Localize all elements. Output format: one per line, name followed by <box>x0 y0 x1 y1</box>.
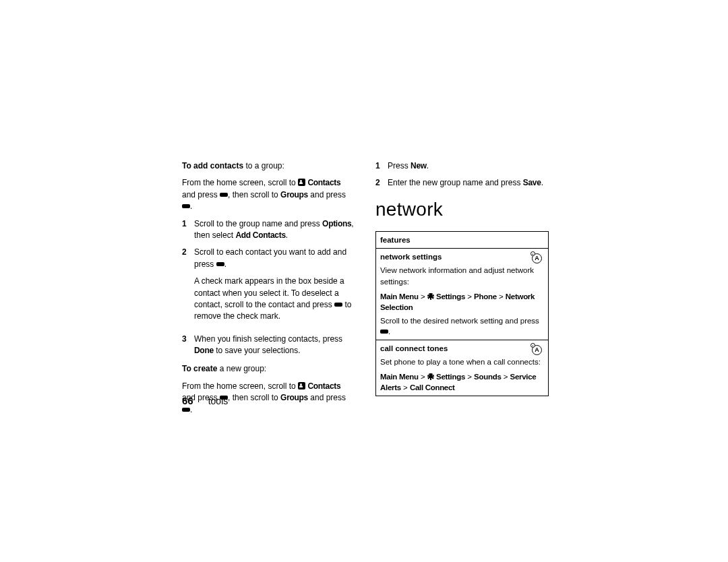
manual-page: To add contacts to a group: From the hom… <box>182 160 549 421</box>
contacts-icon <box>298 179 305 186</box>
row-path: Main Menu > Settings > Phone > Network S… <box>380 291 544 313</box>
add-steps-list: 1 Scroll to the group name and press Opt… <box>182 218 355 357</box>
key-icon <box>182 204 190 208</box>
add-contacts-nav: From the home screen, scroll to Contacts… <box>182 177 355 212</box>
step-note: A check mark appears in the box beside a… <box>194 276 355 323</box>
key-icon <box>216 262 224 266</box>
gear-icon <box>427 373 434 380</box>
list-item: 2 Scroll to each contact you want to add… <box>182 247 355 327</box>
add-contacts-intro: To add contacts to a group: <box>182 160 355 172</box>
left-column: To add contacts to a group: From the hom… <box>182 160 355 421</box>
key-icon <box>380 330 388 334</box>
table-row: call connect tones A• Set phone to play … <box>376 340 549 396</box>
row-desc: View network information and adjust netw… <box>380 265 544 286</box>
row-title: network settings <box>380 251 442 262</box>
row-path: Main Menu > Settings > Sounds > Service … <box>380 371 544 393</box>
list-item: 2 Enter the new group name and press Sav… <box>375 177 549 189</box>
row-instruction: Scroll to the desired network setting an… <box>380 315 544 337</box>
operator-icon: A• <box>530 343 544 356</box>
create-intro: To create a new group: <box>182 363 355 375</box>
list-item: 1 Press New. <box>375 160 549 172</box>
key-icon <box>182 408 190 412</box>
row-desc: Set phone to play a tone when a call con… <box>380 356 544 367</box>
list-item: 1 Scroll to the group name and press Opt… <box>182 218 355 242</box>
operator-icon: A• <box>530 251 544 265</box>
section-heading-network: network <box>375 196 549 224</box>
bold-text: To add contacts <box>182 161 243 170</box>
table-header-features: features <box>376 232 549 249</box>
gear-icon <box>427 293 434 300</box>
contacts-icon <box>298 382 305 389</box>
footer-section-label: tools <box>208 396 229 406</box>
table-row: network settings A• View network informa… <box>376 249 549 340</box>
two-column-layout: To add contacts to a group: From the hom… <box>182 160 549 421</box>
page-number: 66 <box>182 395 193 406</box>
row-title: call connect tones <box>380 343 448 354</box>
key-icon <box>220 193 228 197</box>
features-table: features network settings A• View networ… <box>375 231 549 396</box>
list-item: 3 When you finish selecting contacts, pr… <box>182 334 355 357</box>
key-icon <box>334 303 342 307</box>
right-column: 1 Press New. 2 Enter the new group name … <box>375 160 549 421</box>
create-steps-list: 1 Press New. 2 Enter the new group name … <box>375 160 549 189</box>
page-footer: 66tools <box>182 395 228 406</box>
